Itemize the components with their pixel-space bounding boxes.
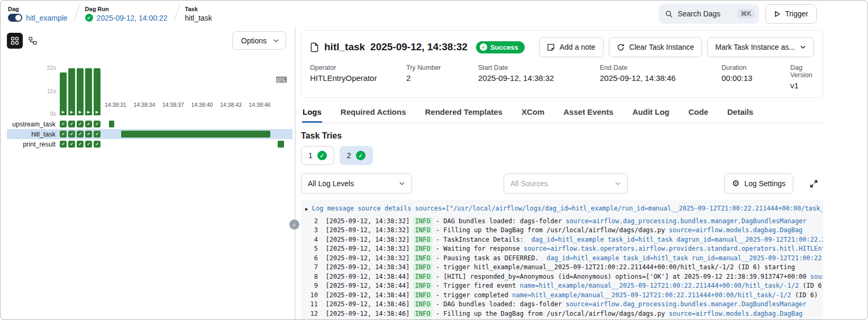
- mark-task-instance-as-button[interactable]: Mark Task Instance as...: [707, 37, 814, 57]
- gantt-lane: [104, 129, 293, 139]
- log-link[interactable]: name=hitl_example/manual__2025-09-12T21:…: [512, 291, 791, 299]
- grid-row-hitl-task[interactable]: hitl_task✓✓✓✓✓: [7, 129, 293, 139]
- dag-link[interactable]: hitl_example: [26, 14, 68, 22]
- task-state-success-icon[interactable]: ✓: [77, 121, 84, 127]
- try-1-button[interactable]: 1✓: [301, 146, 334, 165]
- task-state-success-icon[interactable]: ✓: [85, 141, 92, 148]
- meta-label: Dag Version: [790, 64, 814, 79]
- status-label: Success: [490, 43, 518, 51]
- task-state-success-icon[interactable]: ✓: [77, 131, 84, 138]
- task-state-success-icon[interactable]: ✓: [68, 141, 75, 148]
- tab-code[interactable]: Code: [688, 104, 709, 123]
- success-check-icon: ✓: [356, 151, 366, 160]
- log-link[interactable]: dagrun_id=manual__2025-09-12T21:00:22.21…: [677, 236, 823, 243]
- trigger-button[interactable]: Trigger: [765, 4, 817, 24]
- gantt-bar[interactable]: [121, 131, 270, 138]
- task-state-success-icon[interactable]: ✓: [60, 141, 67, 148]
- options-button[interactable]: Options: [232, 31, 286, 50]
- log-link[interactable]: task_id=hitl_task: [623, 254, 688, 262]
- log-line: 5 [2025-09-12, 14:38:32] INFO - Waiting …: [305, 244, 819, 254]
- panel-divider[interactable]: ‹: [295, 27, 296, 319]
- tab-xcom[interactable]: XCom: [521, 104, 545, 123]
- log-link[interactable]: source=airflow.dag_processing.bundles.ma…: [565, 217, 806, 225]
- graph-view-button[interactable]: [25, 33, 41, 49]
- task-run-states: ✓✓✓✓✓: [60, 141, 100, 148]
- log-level-badge: INFO: [414, 236, 432, 243]
- log-group-header[interactable]: ▶ Log message source details sources=["/…: [305, 204, 819, 214]
- log-link[interactable]: dag_id=hitl_example: [546, 254, 619, 262]
- run-duration-bar[interactable]: ▶: [68, 68, 75, 115]
- log-text: (ID 6): [799, 282, 823, 289]
- task-state-success-icon[interactable]: ✓: [60, 121, 67, 127]
- task-state-success-icon[interactable]: ✓: [68, 121, 75, 127]
- log-view[interactable]: ▶ Log message source details sources=["/…: [301, 200, 823, 320]
- gear-icon: ⚙: [732, 179, 739, 188]
- graph-icon: [29, 36, 37, 45]
- log-settings-button[interactable]: ⚙ Log Settings: [724, 173, 793, 194]
- task-state-success-icon[interactable]: ✓: [60, 131, 67, 138]
- run-duration-bar[interactable]: ▶: [77, 68, 84, 115]
- task-state-success-icon[interactable]: ✓: [94, 141, 100, 148]
- task-state-success-icon[interactable]: ✓: [85, 121, 92, 127]
- tab-required-actions[interactable]: Required Actions: [340, 104, 407, 123]
- try-2-button[interactable]: 2✓: [340, 146, 373, 165]
- search-dags-button[interactable]: Search Dags ⌘K: [659, 4, 759, 24]
- tab-asset-events[interactable]: Asset Events: [563, 104, 614, 123]
- log-level-badge: INFO: [414, 263, 432, 271]
- task-state-success-icon[interactable]: ✓: [85, 131, 92, 138]
- airflow-app: Dag hitl_example Dag Run ✓ 2025-09-12, 1…: [0, 0, 868, 320]
- breadcrumb-dag-run: Dag Run ✓ 2025-09-12, 14:00:22: [85, 6, 168, 22]
- log-link[interactable]: dag_id=hitl_example: [531, 236, 604, 243]
- tab-details[interactable]: Details: [727, 104, 754, 123]
- log-timestamp: [2025-09-12, 14:38:32]: [325, 236, 413, 243]
- gantt-bar[interactable]: [278, 141, 284, 148]
- log-link[interactable]: run_id=manual__2025-09-12T21:00:22.21144: [692, 254, 823, 262]
- expand-logs-button[interactable]: [804, 174, 823, 193]
- log-link[interactable]: source=airflow.dag_processing.bundles.ma…: [565, 300, 806, 308]
- try-number: 2: [347, 151, 351, 160]
- task-row-label[interactable]: print_result: [7, 141, 58, 148]
- expand-triangle-icon[interactable]: ▶: [305, 206, 308, 212]
- dag-pause-toggle[interactable]: [8, 14, 22, 22]
- log-source-select[interactable]: All Sources: [504, 173, 628, 194]
- grid-view-button[interactable]: [7, 33, 23, 49]
- collapse-panel-handle[interactable]: ‹: [289, 220, 299, 230]
- log-text: - Trigger fired event: [432, 282, 520, 289]
- log-link[interactable]: name=hitl_example/manual__2025-09-12T21:…: [520, 282, 799, 289]
- meta-value: 00:00:13: [721, 74, 790, 83]
- tab-audit-log[interactable]: Audit Log: [632, 104, 670, 123]
- tab-logs[interactable]: Logs: [302, 104, 322, 123]
- task-row-label[interactable]: upstream_task: [7, 121, 58, 128]
- search-shortcut-badge: ⌘K: [737, 9, 754, 19]
- log-level-badge: INFO: [414, 282, 432, 289]
- log-link[interactable]: source=airflow.models.dagbag.DagBag: [669, 226, 802, 234]
- log-link[interactable]: task_id=hitl_task: [608, 236, 673, 243]
- grid-row-print-result[interactable]: print_result✓✓✓✓✓: [7, 139, 293, 149]
- log-line: 11 [2025-09-12, 14:38:46] INFO - DAG bun…: [305, 300, 819, 309]
- clear-task-instance-button[interactable]: Clear Task Instance: [609, 37, 702, 57]
- log-header-text: Log message source details sources=["/us…: [312, 205, 823, 212]
- grid-row-upstream-task[interactable]: upstream_task✓✓✓✓✓: [7, 119, 293, 129]
- trigger-label: Trigger: [785, 10, 808, 18]
- task-state-success-icon[interactable]: ✓: [68, 131, 75, 138]
- add-note-button[interactable]: Add a note: [539, 37, 604, 57]
- meta-label: Operator: [310, 64, 406, 71]
- task-state-success-icon[interactable]: ✓: [77, 141, 84, 148]
- run-duration-bar[interactable]: ▶: [94, 68, 100, 115]
- dag-run-link[interactable]: 2025-09-12, 14:00:22: [97, 14, 168, 22]
- log-link[interactable]: source=airflow.models.dagbag.DagBag: [669, 310, 802, 317]
- run-duration-bar[interactable]: ▶: [60, 72, 67, 115]
- log-link[interactable]: source=airflow.task.operators.airflow.pr…: [524, 245, 823, 252]
- task-state-success-icon[interactable]: ✓: [94, 121, 100, 127]
- log-line: 4 [2025-09-12, 14:38:32] INFO - TaskInst…: [305, 235, 819, 245]
- task-state-success-icon[interactable]: ✓: [94, 131, 100, 138]
- gantt-bar[interactable]: [109, 121, 114, 127]
- tab-rendered-templates[interactable]: Rendered Templates: [424, 104, 502, 123]
- log-level-select[interactable]: All Log Levels: [301, 173, 412, 194]
- task-row-label[interactable]: hitl_task: [7, 131, 58, 138]
- duration-axis-tick: 0s: [7, 111, 56, 117]
- meta-try-number: Try Number2: [406, 64, 478, 90]
- log-link[interactable]: source=ai: [810, 273, 823, 280]
- run-duration-bar[interactable]: ▶: [85, 68, 92, 115]
- task-tries-title: Task Tries: [301, 131, 823, 141]
